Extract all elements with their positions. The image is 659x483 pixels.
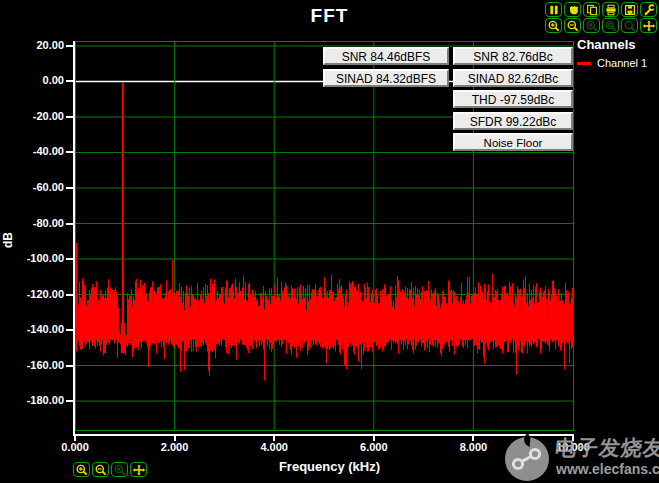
wrench-settings-button[interactable]: [640, 2, 657, 17]
y-axis-title: dB: [1, 225, 15, 255]
y-tick-mark: [66, 187, 74, 189]
stat-snr-dbfs: SNR 84.46dBFS: [323, 47, 449, 65]
x-tick-label: 0.000: [43, 441, 107, 453]
pan-button[interactable]: [640, 18, 657, 33]
channel-1-label: Channel 1: [597, 57, 647, 69]
stat-thd-dbc: THD -97.59dBc: [453, 90, 573, 108]
legend-item-channel-1[interactable]: Channel 1: [577, 57, 647, 69]
y-tick-mark: [66, 151, 74, 153]
stat-noise-floor: Noise Floor -129.55dBFS: [453, 133, 573, 151]
y-tick-mark: [66, 45, 74, 47]
y-tick-label: -140.00: [0, 323, 64, 335]
y-axis-line: [73, 41, 75, 435]
elecfans-logo-icon: [503, 431, 553, 483]
zoom-cancel-button[interactable]: [111, 462, 128, 477]
stat-sinad-dbc: SINAD 82.62dBc: [453, 69, 573, 87]
zoom-cancel-button[interactable]: [583, 18, 600, 33]
zoom-in-button[interactable]: [73, 462, 90, 477]
channel-1-color-swatch: [577, 62, 591, 65]
channels-legend: Channels Channel 1: [577, 37, 647, 69]
y-tick-mark: [66, 258, 74, 260]
y-tick-mark: [66, 80, 74, 82]
watermark-url-text: www.elecfans.com: [556, 461, 659, 477]
zoom-out-button[interactable]: [92, 462, 109, 477]
save-button[interactable]: [621, 2, 638, 17]
y-tick-label: 0.00: [0, 74, 64, 86]
zoom-fit-button[interactable]: [621, 18, 638, 33]
graph-toolbar-top: [545, 2, 658, 33]
fft-analyzer-window: FFT 20.000.00-20.00-40.00-60.00-80.00-10…: [0, 0, 659, 483]
y-tick-mark: [66, 116, 74, 118]
zoom-out-button[interactable]: [564, 18, 581, 33]
legend-title: Channels: [577, 37, 647, 52]
x-tick-label: 2.000: [143, 441, 207, 453]
y-tick-mark: [66, 294, 74, 296]
x-tick-label: 8.000: [441, 441, 505, 453]
y-tick-label: -180.00: [0, 394, 64, 406]
y-tick-label: -160.00: [0, 359, 64, 371]
pause-button[interactable]: [545, 2, 562, 17]
zoom-box-button[interactable]: [602, 18, 619, 33]
x-axis-line: [73, 434, 574, 436]
x-tick-label: 6.000: [342, 441, 406, 453]
y-tick-label: -60.00: [0, 181, 64, 193]
y-tick-label: -20.00: [0, 110, 64, 122]
stat-sfdr-dbc: SFDR 99.22dBc: [453, 112, 573, 130]
stat-snr-dbc: SNR 82.76dBc: [453, 47, 573, 65]
print-button[interactable]: [602, 2, 619, 17]
copy-button[interactable]: [583, 2, 600, 17]
y-tick-mark: [66, 400, 74, 402]
watermark-cn-text: 电子发烧友: [554, 434, 659, 462]
y-tick-label: -120.00: [0, 288, 64, 300]
stat-sinad-dbfs: SINAD 84.32dBFS: [323, 69, 449, 87]
y-tick-mark: [66, 329, 74, 331]
hand-grab-button[interactable]: [564, 2, 581, 17]
graph-toolbar-bottom: [73, 462, 148, 478]
x-tick-label: 4.000: [242, 441, 306, 453]
y-tick-label: -40.00: [0, 145, 64, 157]
y-tick-label: 20.00: [0, 39, 64, 51]
pan-button[interactable]: [130, 462, 147, 477]
elecfans-watermark: 电子发烧友 www.elecfans.com: [503, 431, 659, 483]
y-tick-mark: [66, 223, 74, 225]
zoom-in-button[interactable]: [545, 18, 562, 33]
y-tick-mark: [66, 365, 74, 367]
